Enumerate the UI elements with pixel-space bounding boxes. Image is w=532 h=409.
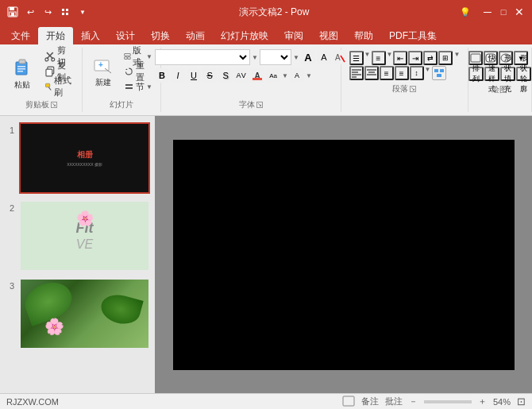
bullet-list-button[interactable]: ☰ — [349, 51, 364, 65]
columns-button[interactable]: ⊞ — [438, 51, 453, 65]
new-slide-button[interactable]: + 新建 — [87, 49, 119, 97]
fit-window-button[interactable]: ⊡ — [517, 395, 526, 407]
quick-styles-button[interactable]: 快速样式 — [484, 67, 499, 81]
svg-rect-5 — [66, 9, 68, 11]
lightbulb-icon[interactable]: 💡 — [459, 6, 472, 18]
comments-button[interactable]: 批注 — [385, 395, 403, 407]
tab-help[interactable]: 帮助 — [346, 27, 381, 44]
slide-info — [342, 395, 355, 408]
slide-thumb-1[interactable]: 相册 XXXXXXXXXX 摄影 — [19, 122, 150, 194]
notes-button[interactable]: 备注 — [361, 395, 379, 407]
svg-rect-24 — [125, 54, 131, 56]
undo-icon[interactable]: ↩ — [24, 6, 37, 18]
tab-design[interactable]: 设计 — [108, 27, 143, 44]
svg-rect-6 — [62, 13, 64, 15]
underline-button[interactable]: U — [187, 68, 201, 83]
increase-font-button[interactable]: A — [301, 50, 315, 64]
status-bar: RJZXW.COM 备注 批注 － ＋ 54% ⊡ — [0, 393, 532, 409]
save-icon[interactable] — [6, 6, 19, 18]
slide-number-2: 2 — [5, 203, 14, 213]
section-label: 节 — [136, 81, 145, 93]
reset-icon — [124, 67, 134, 76]
minimize-btn[interactable]: ─ — [481, 6, 494, 18]
quick-access-toolbar: ↩ ↪ ▼ — [6, 6, 89, 18]
slide-item-3[interactable]: 3 🌸 — [5, 278, 150, 349]
slide-item-1[interactable]: 1 相册 XXXXXXXXXX 摄影 — [5, 122, 150, 194]
align-buttons-row: ≡ ≡ ↕ ▼ — [349, 66, 461, 80]
svg-rect-28 — [125, 84, 133, 86]
smartart-button[interactable] — [432, 66, 446, 80]
slides-group: + 新建 版式▼ 重置 — [83, 48, 161, 112]
clipboard-expand[interactable]: ↘ — [51, 102, 57, 108]
numbered-list-button[interactable]: ≡ — [372, 51, 386, 65]
tab-animation[interactable]: 动画 — [178, 27, 213, 44]
char-spacing-button[interactable]: AV — [234, 68, 249, 83]
svg-rect-12 — [17, 71, 23, 72]
slide-item-2[interactable]: 2 🌸 FIt VE — [5, 200, 150, 272]
highlight-button[interactable]: A — [290, 68, 304, 83]
tab-home[interactable]: 开始 — [38, 27, 73, 44]
font-size-select[interactable] — [260, 49, 291, 65]
tab-view[interactable]: 视图 — [311, 27, 346, 44]
tab-pdf[interactable]: PDF工具集 — [381, 27, 445, 44]
shape1-icon — [470, 53, 481, 63]
para-expand[interactable]: ↘ — [410, 86, 416, 92]
section-button[interactable]: 节▼ — [121, 79, 156, 94]
format-painter-button[interactable]: 格式刷 — [41, 79, 77, 94]
window-title: 演示文稿2 - Pow — [89, 6, 459, 19]
dropdown-arrow-icon[interactable]: ▼ — [76, 6, 89, 18]
arrange-button[interactable]: 排列 — [468, 67, 484, 81]
font-color-button[interactable]: A — [250, 68, 264, 83]
align-center-button[interactable] — [364, 66, 379, 80]
redo-icon[interactable]: ↪ — [41, 6, 54, 18]
svg-rect-7 — [66, 13, 68, 15]
slide3-bg: 🌸 — [21, 280, 148, 348]
align-right-button[interactable]: ≡ — [380, 66, 394, 80]
customize-icon[interactable] — [59, 6, 71, 18]
decrease-font-button[interactable]: A — [317, 50, 331, 64]
text-direction-button[interactable]: ⇄ — [423, 51, 438, 65]
strikethrough-button[interactable]: S — [202, 68, 217, 83]
bold-button[interactable]: B — [155, 68, 169, 83]
zoom-slider[interactable] — [424, 400, 472, 403]
clipboard-group: 粘贴 剪切 复制 — [0, 48, 83, 112]
font-expand[interactable]: ↘ — [256, 102, 263, 108]
slide-info-icon — [342, 395, 355, 407]
align-left-button[interactable] — [349, 66, 364, 80]
align-center-icon — [366, 68, 377, 78]
indent-left-button[interactable]: ⇤ — [393, 51, 407, 65]
paste-button[interactable]: 粘贴 — [5, 49, 40, 97]
svg-rect-9 — [19, 60, 25, 64]
shadow-button[interactable]: S — [218, 68, 233, 83]
tab-transition[interactable]: 切换 — [143, 27, 178, 44]
justify-button[interactable]: ≡ — [395, 66, 409, 80]
slide-thumb-inner-2: 🌸 FIt VE — [21, 202, 148, 270]
font-family-select[interactable] — [155, 49, 250, 65]
tab-review[interactable]: 审阅 — [276, 27, 311, 44]
maximize-btn[interactable]: □ — [497, 6, 510, 18]
status-right: 备注 批注 － ＋ 54% ⊡ — [342, 395, 526, 408]
italic-button[interactable]: I — [171, 68, 185, 83]
slide-canvas[interactable] — [173, 140, 515, 370]
zoom-out-button[interactable]: － — [409, 395, 418, 407]
shape-fill-button[interactable]: 形状填充 — [500, 67, 515, 81]
close-btn[interactable]: ✕ — [513, 6, 526, 18]
paragraph-group: ☰ ▼ ≡ ▼ ⇤ ⇥ ⇄ ⊞ ▼ — [341, 48, 468, 112]
slide-thumb-2[interactable]: 🌸 FIt VE — [19, 200, 150, 272]
slide-thumb-3[interactable]: 🌸 — [19, 278, 150, 349]
svg-rect-45 — [343, 396, 354, 406]
tab-slideshow[interactable]: 幻灯片放映 — [213, 27, 276, 44]
tab-file[interactable]: 文件 — [3, 27, 38, 44]
case-button[interactable]: Aa — [266, 68, 280, 83]
font-color-icon: A — [253, 71, 262, 80]
zoom-in-button[interactable]: ＋ — [478, 395, 487, 407]
cut-icon — [44, 51, 56, 62]
tab-insert[interactable]: 插入 — [73, 27, 108, 44]
line-spacing-button[interactable]: ↕ — [410, 66, 424, 80]
slide-thumb-inner-3: 🌸 — [21, 280, 148, 348]
indent-right-button[interactable]: ⇥ — [408, 51, 422, 65]
website-label: RJZXW.COM — [6, 397, 59, 407]
shape-outline-button[interactable]: 形状轮廓 — [516, 67, 531, 81]
reset-button[interactable]: 重置 — [121, 64, 156, 79]
new-slide-icon: + — [94, 58, 113, 75]
